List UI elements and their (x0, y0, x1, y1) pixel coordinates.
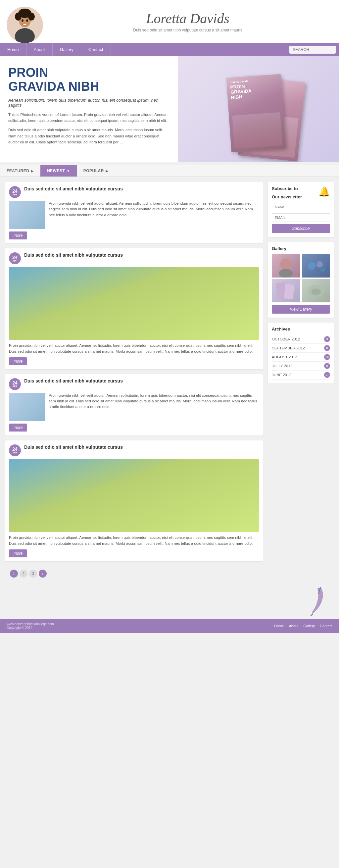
header: Loretta Davids Duis sed odio sit amet ni… (0, 0, 339, 43)
gallery-thumb-1[interactable] (272, 254, 300, 278)
nav-home[interactable]: Home (0, 43, 27, 56)
archive-item[interactable]: JULLY 2012 8 (272, 362, 330, 371)
footer-nav-home[interactable]: Home (274, 624, 284, 628)
page-3-button[interactable]: 3 (29, 569, 37, 578)
footer-copyright: www.hanzagehristianollege.com Copyright … (7, 622, 54, 629)
post-date: 24 APR (9, 378, 21, 390)
tab-popular-arrow: ▶ (105, 169, 109, 173)
archive-item[interactable]: OCTOBER 2012 9 (272, 335, 330, 344)
hero-italic: Aenean sollicitudin, lorem quis bibendum… (8, 98, 170, 107)
nav-contact[interactable]: Contact (81, 43, 111, 56)
tab-newest-arrow: ▼ (66, 169, 70, 173)
archive-label: AUGUST 2012 (272, 355, 297, 359)
tab-featured-arrow: ▶ (31, 169, 34, 173)
hero-right: Loretta Davids PROINGRAVIDANIBH Loretta … (178, 56, 339, 162)
tab-featured[interactable]: FEATURED ▶ (0, 165, 40, 177)
nav-about[interactable]: About (27, 43, 53, 56)
main-nav: Home About Gallery Contact (0, 43, 339, 56)
archives-title: Archives (272, 327, 330, 332)
svg-point-5 (28, 12, 35, 21)
archive-badge: 16 (324, 354, 330, 360)
bell-icon: 🔔 (318, 186, 330, 197)
footer-nav-about[interactable]: About (289, 624, 298, 628)
more-button[interactable]: more (9, 357, 27, 365)
page-1-button[interactable]: 1 (10, 569, 18, 578)
gallery-thumb-3[interactable] (272, 279, 300, 302)
newsletter-header: Subscribe to Our newsletter 🔔 (272, 186, 330, 203)
archive-item[interactable]: SEPTEMBER 2012 8 (272, 344, 330, 353)
archive-badge: 8 (324, 363, 330, 369)
book-image: Loretta Davids PROINGRAVIDANIBH Loretta … (222, 63, 295, 155)
sidebar-gallery-section: Gallery (268, 242, 334, 318)
newsletter-title-area: Subscribe to Our newsletter (272, 186, 302, 203)
post-card: 24 APR Duis sed odio sit amet nibh vulpu… (5, 248, 263, 369)
post-header: 24 APR Duis sed odio sit amet nibh vulpu… (9, 252, 259, 264)
gallery-thumb-2[interactable] (302, 254, 330, 278)
page-2-button[interactable]: 2 (20, 569, 28, 578)
site-subtitle: Duis sed odio sit amet nibh vulputate cu… (43, 28, 332, 32)
svg-point-10 (279, 269, 293, 278)
post-thumbnail-large (9, 267, 259, 340)
hero-body2: Duis sed odio sit amet nibh vulputate cu… (8, 127, 170, 145)
newsletter-name-input[interactable] (272, 203, 330, 211)
nav-gallery[interactable]: Gallery (53, 43, 81, 56)
newsletter-section: Subscribe to Our newsletter 🔔 Subscribe (268, 182, 334, 237)
svg-point-4 (15, 12, 22, 21)
archive-label: JULLY 2012 (272, 364, 292, 368)
post-header: 24 APR Duis sed odio sit amet nibh vulpu… (9, 444, 259, 456)
svg-point-12 (316, 261, 322, 267)
quill-icon (299, 586, 326, 616)
footer-url: www.hanzagehristianollege.com (7, 622, 54, 626)
quill-decoration-area (0, 586, 339, 616)
post-header: 24 APR Duis sed odio sit amet nibh vulpu… (9, 378, 259, 390)
archive-badge: 17 (324, 372, 330, 378)
tab-newest[interactable]: NEWEST ▼ (40, 165, 77, 177)
archive-label: OCTOBER 2012 (272, 337, 300, 341)
hero-body1: This is Photoshop's version of Lorem Ips… (8, 112, 170, 124)
post-header: 24 APR Duis sed odio sit amet nibh vulpu… (9, 186, 259, 198)
view-gallery-button[interactable]: View Gallery (272, 305, 330, 314)
hero-section: PROIN GRAVIDA NIBH Aenean sollicitudin, … (0, 56, 339, 162)
post-inline-content: Proin gravida nibh vel velit auctor aliq… (9, 201, 259, 229)
post-date: 24 APR (9, 252, 21, 264)
svg-point-6 (22, 20, 24, 22)
newsletter-title-line1: Subscribe to (272, 186, 302, 191)
post-excerpt: Proin gravida nibh vel velit auctor. Aen… (49, 393, 259, 421)
post-title: Duis sed odio sit amet nibh vulputate cu… (24, 252, 123, 258)
post-excerpt: Proin gravida nibh vel velit auctor aliq… (49, 201, 259, 229)
post-thumbnail-large (9, 459, 259, 532)
post-title: Duis sed odio sit amet nibh vulputate cu… (24, 186, 123, 191)
hero-left: PROIN GRAVIDA NIBH Aenean sollicitudin, … (0, 56, 178, 162)
main-content: 24 APR Duis sed odio sit amet nibh vulpu… (0, 177, 339, 586)
search-input[interactable] (289, 46, 336, 54)
post-date: 24 APR (9, 186, 21, 198)
site-title: Loretta Davids (43, 10, 332, 27)
archive-item[interactable]: AUGUST 2012 16 (272, 353, 330, 362)
gallery-thumb-4[interactable] (302, 279, 330, 302)
archive-badge: 9 (324, 336, 330, 342)
archive-item[interactable]: JUNE 2012 17 (272, 371, 330, 379)
post-inline-content: Proin gravida nibh vel velit auctor. Aen… (9, 393, 259, 421)
post-thumbnail (9, 393, 45, 421)
more-button[interactable]: more (9, 424, 27, 432)
footer-nav-contact[interactable]: Contact (320, 624, 332, 628)
footer-copyright-text: Copyright © 2012 (7, 626, 54, 629)
avatar (7, 7, 43, 43)
archive-label: SEPTEMBER 2012 (272, 346, 305, 350)
post-title: Duis sed odio sit amet nibh vulputate cu… (24, 378, 123, 383)
pagination-next-button[interactable]: › (39, 569, 47, 578)
post-body: Proin gravida nibh vel velit auctor aliq… (9, 342, 259, 355)
svg-point-9 (280, 259, 292, 270)
newsletter-email-input[interactable] (272, 213, 330, 222)
archive-label: JUNE 2012 (272, 373, 291, 377)
subscribe-button[interactable]: Subscribe (272, 224, 330, 233)
more-button[interactable]: more (9, 231, 27, 240)
tab-popular[interactable]: POPULAR ▶ (77, 165, 115, 177)
svg-point-7 (26, 20, 28, 22)
more-button[interactable]: more (9, 550, 27, 557)
sidebar-gallery-title: Gallery (272, 246, 330, 251)
archives-section: Archives OCTOBER 2012 9 SEPTEMBER 2012 8… (268, 322, 334, 383)
post-thumbnail (9, 201, 45, 229)
footer-nav-gallery[interactable]: Gallery (303, 624, 315, 628)
post-date: 24 APR (9, 444, 21, 456)
